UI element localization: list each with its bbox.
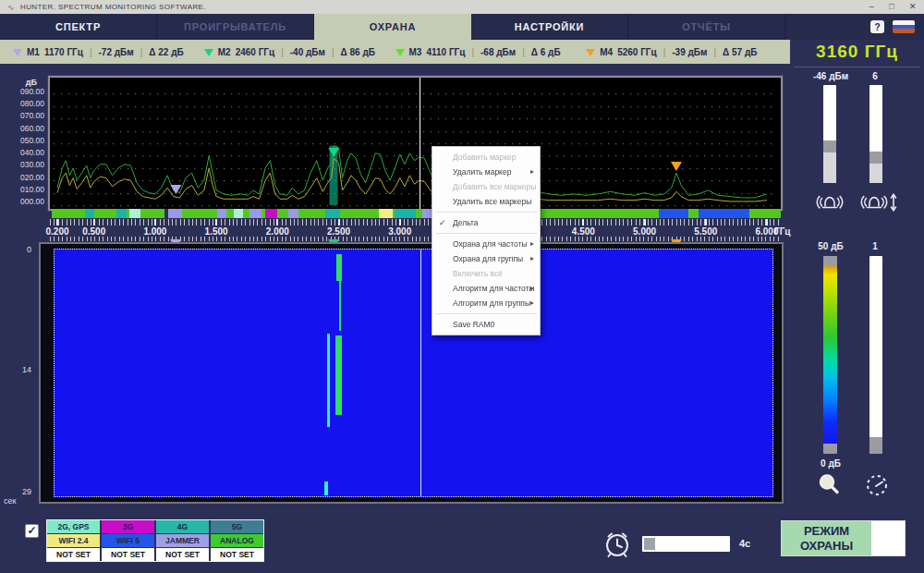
- marker-delta: Δ 57 дБ: [723, 47, 757, 57]
- marker-frequency: 1170 ГГц: [44, 47, 83, 57]
- spectrum-plot-canvas[interactable]: [50, 78, 781, 209]
- current-frequency-display: 3160 ГГц: [790, 42, 924, 62]
- legend-cell: 2G, GPS: [47, 520, 100, 533]
- waterfall-tick-29: 29: [17, 487, 31, 496]
- waterfall-signal-streak: [339, 281, 341, 330]
- range-top-label: 50 дБ: [801, 241, 860, 251]
- menu-separator: [435, 212, 537, 213]
- legend-checkbox[interactable]: ✓: [25, 524, 39, 538]
- menu-item[interactable]: Охрана для частоты▸: [432, 237, 540, 251]
- band-segment: [129, 209, 140, 218]
- menu-item[interactable]: Алгоритм для группы▸: [432, 296, 540, 311]
- tab-5[interactable]: ОТЧЁТЫ: [628, 14, 785, 40]
- marker-triangle-icon: [13, 49, 22, 56]
- tab-2[interactable]: ПРОИГРЫВАТЕЛЬ: [157, 14, 314, 40]
- menu-item[interactable]: Алгоритм для частоты▸: [432, 281, 540, 296]
- band-segment: [659, 209, 688, 218]
- alarm-siren-icon[interactable]: [814, 189, 845, 219]
- marker-triangle-icon: [586, 49, 595, 56]
- y-tick-label: 010.00: [7, 186, 44, 194]
- y-tick-label: 090.00: [7, 88, 44, 96]
- spectrum-x-axis-labels: 0.2000.5001.0001.5002.0002.5003.0003.500…: [50, 226, 789, 237]
- band-segment: [85, 209, 93, 218]
- spectrum-y-axis: дБ 090.00080.00070.00060.00050.00040.000…: [7, 78, 46, 211]
- alarm-siren-range-icon[interactable]: [858, 189, 899, 219]
- menu-item: Добавить все маркеры: [432, 179, 540, 194]
- waterfall-display[interactable]: [54, 249, 773, 497]
- sep: |: [520, 47, 527, 57]
- guard-mode-button[interactable]: РЕЖИМОХРАНЫ: [781, 520, 906, 556]
- help-button[interactable]: ?: [870, 20, 884, 33]
- x-tick-label: 3.000: [379, 226, 421, 237]
- menu-separator: [435, 233, 537, 234]
- submenu-arrow-icon: ▸: [530, 296, 534, 311]
- close-button[interactable]: ✕: [909, 3, 917, 11]
- context-menu: Добавить маркерУдалить маркер▸Добавить в…: [432, 146, 541, 335]
- menu-item[interactable]: Удалить все маркеры: [432, 194, 540, 209]
- x-major-tick: [582, 219, 584, 226]
- tab-3[interactable]: ОХРАНА: [314, 14, 471, 40]
- x-axis-unit-label: ГГц: [774, 226, 791, 237]
- window-controls: –□✕: [869, 3, 917, 11]
- marker-level: -40 дБм: [290, 47, 325, 57]
- minimize-button[interactable]: –: [869, 3, 874, 11]
- maximize-button[interactable]: □: [889, 3, 894, 11]
- menu-item[interactable]: Охрана для группы▸: [432, 251, 540, 266]
- tab-1[interactable]: СПЕКТР: [0, 14, 157, 40]
- menu-item[interactable]: Save RAM0: [432, 317, 540, 332]
- legend-cell: 4G: [156, 520, 209, 533]
- legend-cell: ANALOG: [211, 534, 263, 547]
- frequency-allocation-band[interactable]: [52, 209, 781, 218]
- y-tick-label: 070.00: [7, 112, 44, 120]
- guard-mode-button-label: РЕЖИМОХРАНЫ: [782, 521, 871, 555]
- menu-item[interactable]: Удалить маркер▸: [432, 165, 540, 179]
- y-tick-label: 020.00: [7, 174, 44, 182]
- threshold-slider[interactable]: [823, 85, 836, 183]
- waterfall-tick-14: 14: [17, 365, 31, 374]
- speed-gauge-icon[interactable]: [864, 472, 890, 502]
- marker-readout-M2: M22460 ГГц|-40 дБм|Δ 86 дБ: [204, 47, 395, 57]
- y-tick-label: 050.00: [7, 137, 44, 145]
- waterfall-signal-streak: [335, 335, 342, 414]
- tab-bar: СПЕКТРПРОИГРЫВАТЕЛЬОХРАНАНАСТРОЙКИОТЧЁТЫ…: [0, 14, 924, 40]
- sep: |: [88, 47, 94, 57]
- sep: |: [662, 47, 668, 57]
- marker-id: M3: [409, 47, 422, 57]
- legend-cell: JAMMER: [156, 534, 209, 547]
- tab-4[interactable]: НАСТРОЙКИ: [471, 14, 628, 40]
- x-tick-label: 5.000: [624, 226, 666, 237]
- frequency-ruler-top: [50, 219, 781, 226]
- app-icon: ∿: [7, 3, 15, 12]
- control-sidebar: 3160 ГГц -46 дБм 6 5: [790, 40, 924, 513]
- marker-triangle-icon: [204, 49, 213, 56]
- language-flag-icon[interactable]: [893, 20, 915, 33]
- x-tick-label: 1.000: [134, 226, 176, 237]
- alarm-clock-icon[interactable]: [600, 526, 635, 565]
- x-major-tick: [399, 219, 401, 226]
- y-tick-label: 080.00: [7, 100, 44, 108]
- x-tick-label: 5.500: [685, 226, 727, 237]
- sep: |: [139, 47, 145, 57]
- y-tick-label: 040.00: [7, 149, 44, 157]
- waterfall-frame: [39, 242, 784, 504]
- color-scale-bar[interactable]: [823, 256, 837, 454]
- sidebar-divider: [794, 67, 920, 67]
- app-window: ∿ HUNTER. SPECTRUM MONITORING SOFTWARE. …: [0, 0, 924, 573]
- tab-bar-extras: ?: [870, 14, 924, 40]
- sep: |: [469, 47, 476, 57]
- x-tick-label: 2.000: [256, 226, 298, 237]
- zoom-magnifier-icon[interactable]: [816, 472, 842, 502]
- y-tick-label: 000.00: [7, 198, 44, 206]
- scan-progress-bar[interactable]: [642, 536, 730, 552]
- marker-level: -39 дБм: [672, 47, 707, 57]
- menu-item[interactable]: Дельта✓: [432, 215, 540, 230]
- bottom-bar: ✓ 2G, GPS3G4G5GWIFI 2.4WIFI 5JAMMERANALO…: [0, 513, 924, 573]
- marker-readout-M3: M34110 ГГц|-68 дБм|Δ 6 дБ: [395, 47, 587, 57]
- timer-value: 4с: [739, 538, 750, 549]
- waterfall-unit-label: сек: [4, 496, 16, 506]
- legend-cell: NOT SET: [102, 548, 154, 561]
- x-major-tick: [766, 219, 768, 226]
- scale-slider[interactable]: [869, 256, 882, 454]
- legend-cell: 3G: [102, 520, 154, 533]
- span-slider[interactable]: [869, 85, 882, 183]
